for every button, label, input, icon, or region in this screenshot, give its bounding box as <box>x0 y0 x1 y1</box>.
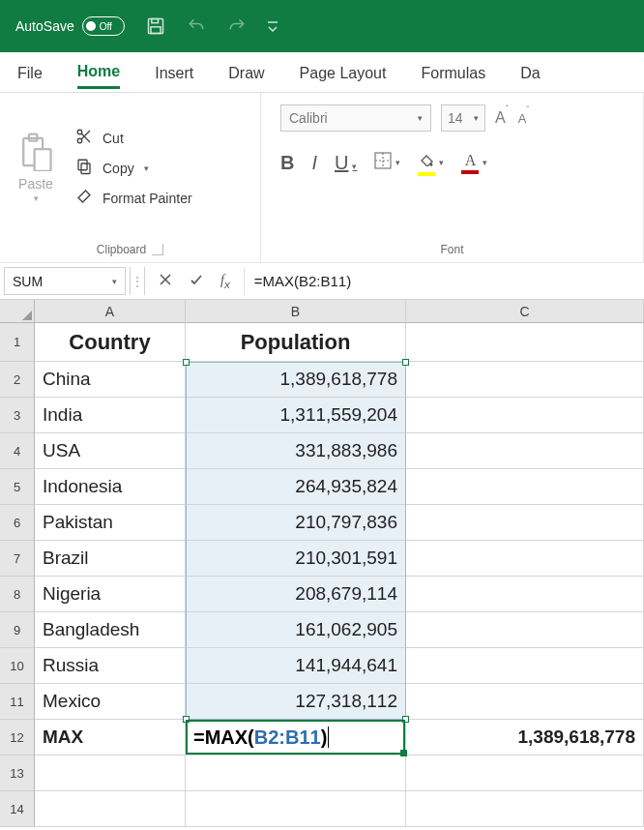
cell[interactable]: USA <box>35 433 186 469</box>
grow-font-button[interactable]: Aˆ <box>495 109 509 127</box>
font-name-dropdown[interactable]: Calibri ▾ <box>280 104 431 132</box>
font-color-button[interactable]: A ▾ <box>461 152 487 174</box>
cell[interactable]: Mexico <box>35 684 186 720</box>
cell[interactable]: Brazil <box>35 541 186 577</box>
cell[interactable] <box>186 756 406 791</box>
cell[interactable]: Indonesia <box>35 469 186 505</box>
cell[interactable]: 210,797,836 <box>186 505 406 541</box>
cell[interactable] <box>406 398 644 433</box>
svg-rect-6 <box>35 149 51 171</box>
cell[interactable]: 161,062,905 <box>186 612 406 648</box>
row-header[interactable]: 13 <box>0 756 35 791</box>
cell[interactable] <box>406 612 644 648</box>
undo-icon[interactable] <box>187 16 206 36</box>
shrink-font-button[interactable]: Aˇ <box>518 110 530 126</box>
cell[interactable]: 210,301,591 <box>186 541 406 577</box>
row-header[interactable]: 10 <box>0 648 35 684</box>
underline-button[interactable]: U▾ <box>335 152 357 174</box>
chevron-down-icon: ▾ <box>439 158 444 167</box>
cell[interactable] <box>406 362 644 398</box>
svg-rect-2 <box>151 27 161 34</box>
row-header[interactable]: 4 <box>0 433 35 469</box>
cell[interactable] <box>406 577 644 612</box>
cell[interactable] <box>406 684 644 720</box>
row-header[interactable]: 12 <box>0 720 35 756</box>
cell[interactable] <box>406 791 644 827</box>
name-box[interactable]: SUM ▾ <box>4 267 126 295</box>
fill-color-button[interactable]: ▾ <box>418 149 444 176</box>
spreadsheet-grid[interactable]: A B C 1 Country Population 2China1,389,6… <box>0 300 644 827</box>
row-header[interactable]: 6 <box>0 505 35 541</box>
cell[interactable]: Nigeria <box>35 577 186 612</box>
cell[interactable]: 264,935,824 <box>186 469 406 505</box>
cell[interactable]: Bangladesh <box>35 612 186 648</box>
tab-draw[interactable]: Draw <box>228 57 264 88</box>
cancel-formula-button[interactable] <box>159 273 172 289</box>
autosave-switch[interactable]: Off <box>82 16 125 36</box>
row-header[interactable]: 14 <box>0 791 35 827</box>
chevron-down-icon: ▾ <box>395 158 400 167</box>
cell[interactable]: Russia <box>35 648 186 684</box>
cell[interactable] <box>406 323 644 362</box>
tab-insert[interactable]: Insert <box>155 57 193 88</box>
format-painter-button[interactable]: Format Painter <box>75 188 192 208</box>
cell[interactable]: 1,311,559,204 <box>186 398 406 433</box>
cell[interactable]: 1,389,618,778 <box>186 362 406 398</box>
cell[interactable]: China <box>35 362 186 398</box>
row-header[interactable]: 3 <box>0 398 35 433</box>
cell[interactable] <box>35 756 186 791</box>
copy-button[interactable]: Copy ▾ <box>75 158 192 178</box>
cell[interactable]: 208,679,114 <box>186 577 406 612</box>
cell[interactable] <box>406 541 644 577</box>
save-icon[interactable] <box>146 16 165 36</box>
cell[interactable] <box>35 791 186 827</box>
column-header-c[interactable]: C <box>406 300 644 323</box>
cell[interactable] <box>406 433 644 469</box>
dialog-launcher-icon[interactable] <box>152 244 163 255</box>
row-header[interactable]: 8 <box>0 577 35 612</box>
tab-file[interactable]: File <box>17 57 43 88</box>
cut-button[interactable]: Cut <box>75 128 192 148</box>
cell[interactable]: 331,883,986 <box>186 433 406 469</box>
cell[interactable] <box>406 469 644 505</box>
tab-page-layout[interactable]: Page Layout <box>300 57 387 88</box>
active-cell[interactable]: =MAX(B2:B11) <box>186 720 406 756</box>
cell[interactable] <box>406 648 644 684</box>
cell[interactable]: India <box>35 398 186 433</box>
row-header[interactable]: 7 <box>0 541 35 577</box>
formula-bar-row: SUM ▾ ⋮ fx =MAX(B2:B11) <box>0 263 644 300</box>
tab-formulas[interactable]: Formulas <box>421 57 485 88</box>
insert-function-button[interactable]: fx <box>220 273 230 290</box>
formula-bar-input[interactable]: =MAX(B2:B11) <box>244 267 640 295</box>
qat-customize-icon[interactable] <box>268 20 278 32</box>
font-size-dropdown[interactable]: 14 ▾ <box>441 104 485 132</box>
cell[interactable] <box>406 756 644 791</box>
autosave-toggle[interactable]: AutoSave Off <box>15 16 125 36</box>
cell[interactable]: 127,318,112 <box>186 684 406 720</box>
tab-home[interactable]: Home <box>77 55 120 89</box>
tab-data[interactable]: Da <box>520 57 540 88</box>
chevron-down-icon: ▾ <box>34 193 39 203</box>
row-header[interactable]: 1 <box>0 323 35 362</box>
row-header[interactable]: 5 <box>0 469 35 505</box>
row-header[interactable]: 11 <box>0 684 35 720</box>
column-header-b[interactable]: B <box>186 300 406 323</box>
cell[interactable] <box>406 505 644 541</box>
cell[interactable] <box>186 791 406 827</box>
row-header[interactable]: 2 <box>0 362 35 398</box>
cell[interactable]: Pakistan <box>35 505 186 541</box>
row-header[interactable]: 9 <box>0 612 35 648</box>
enter-formula-button[interactable] <box>190 273 203 289</box>
redo-icon[interactable] <box>227 16 247 36</box>
column-header-a[interactable]: A <box>35 300 186 323</box>
cell[interactable]: Country <box>35 323 186 362</box>
cell[interactable]: 1,389,618,778 <box>406 720 644 756</box>
select-all-button[interactable] <box>0 300 35 323</box>
cell[interactable]: 141,944,641 <box>186 648 406 684</box>
borders-button[interactable]: ▾ <box>374 152 400 174</box>
paste-button[interactable]: Paste ▾ <box>6 99 66 237</box>
bold-button[interactable]: B <box>280 152 294 174</box>
italic-button[interactable]: I <box>311 152 317 174</box>
cell[interactable]: Population <box>186 323 406 362</box>
cell[interactable]: MAX <box>35 720 186 756</box>
